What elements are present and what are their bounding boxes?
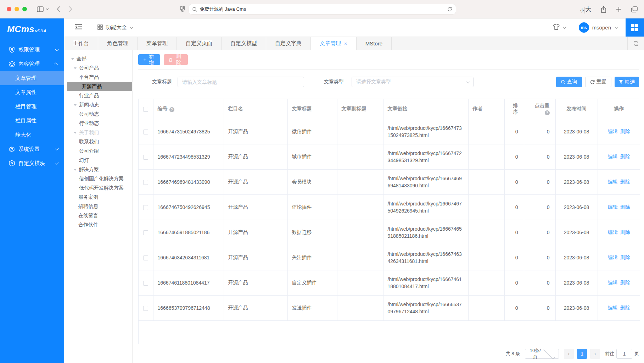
delete-link[interactable]: 删除 [620, 229, 630, 235]
tree-item[interactable]: 公司介绍 [64, 147, 132, 156]
tree-item[interactable]: 公司动态 [64, 110, 132, 119]
row-checkbox[interactable] [143, 205, 148, 210]
tree-item[interactable]: 解决方案 [64, 165, 132, 174]
menu-collapse-icon[interactable] [75, 24, 82, 31]
tree-item[interactable]: 行业动态 [64, 119, 132, 128]
share-icon[interactable] [601, 6, 606, 13]
edit-link[interactable]: 编辑 [608, 280, 618, 285]
query-button[interactable]: 查询 [556, 77, 582, 87]
help-icon[interactable]: ? [545, 110, 550, 115]
delete-link[interactable]: 删除 [620, 179, 630, 185]
tree-item[interactable]: 行业产品 [64, 91, 132, 100]
delete-link[interactable]: 删除 [620, 128, 630, 134]
goto-page-input[interactable] [616, 349, 632, 359]
sidebar-subitem[interactable]: 栏目属性 [0, 114, 64, 128]
sidebar-item[interactable]: 权限管理 [0, 43, 64, 57]
page-size-select[interactable]: 10条/页 [525, 349, 559, 359]
address-bar[interactable]: 免费开源的 Java Cms [189, 4, 456, 14]
caret-down-icon[interactable] [71, 58, 74, 60]
tab[interactable]: 角色管理 [98, 37, 138, 50]
tab[interactable]: 菜单管理 [138, 37, 177, 50]
username[interactable]: msopen [592, 24, 611, 31]
tree-item[interactable]: 信创国产化解决方案 [64, 174, 132, 183]
current-page[interactable]: 1 [577, 349, 587, 359]
edit-link[interactable]: 编辑 [608, 254, 618, 260]
row-checkbox[interactable] [143, 230, 148, 235]
reload-icon[interactable] [447, 7, 452, 12]
tree-item[interactable]: 服务案例 [64, 193, 132, 202]
row-checkbox[interactable] [143, 255, 148, 260]
tab[interactable]: MStore [357, 37, 392, 50]
delete-link[interactable]: 删除 [620, 305, 630, 310]
tab-refresh-button[interactable] [627, 37, 644, 50]
type-filter-select[interactable]: 请选择文章类型 [352, 77, 474, 87]
tree-item[interactable]: 低代码开发解决方案 [64, 183, 132, 193]
app-menu-trigger[interactable]: 功能大全 [97, 24, 132, 31]
sidebar-item[interactable]: 自定义模块 [0, 156, 64, 170]
tree-item[interactable]: 新闻动态 [64, 100, 132, 110]
reset-button[interactable]: 重置 [585, 77, 611, 87]
delete-link[interactable]: 删除 [620, 280, 630, 285]
theme-switcher[interactable] [553, 24, 565, 31]
help-icon[interactable]: ? [169, 107, 174, 112]
text-smaller-button[interactable]: 小 [580, 7, 584, 13]
user-avatar[interactable]: ms [579, 22, 589, 33]
tree-item[interactable]: 关于我们 [64, 128, 132, 137]
tree-item[interactable]: 招聘信息 [64, 202, 132, 211]
next-page-button[interactable]: › [590, 349, 600, 359]
caret-down-icon[interactable] [74, 104, 77, 106]
add-button[interactable]: 新增 [138, 54, 160, 65]
tab[interactable]: 自定义页面 [177, 37, 222, 50]
sidebar-subitem[interactable]: 文章管理 [0, 71, 64, 85]
edit-link[interactable]: 编辑 [608, 229, 618, 235]
row-checkbox[interactable] [143, 306, 148, 311]
tree-item[interactable]: 合作伙伴 [64, 220, 132, 230]
sidebar-subitem[interactable]: 文章属性 [0, 85, 64, 99]
browser-back-icon[interactable] [57, 6, 60, 12]
tab[interactable]: 文章管理× [311, 37, 357, 50]
tree-item[interactable]: 全部 [64, 54, 132, 64]
maximize-window-button[interactable] [22, 7, 27, 11]
row-checkbox[interactable] [143, 180, 148, 185]
prev-page-button[interactable]: ‹ [564, 349, 574, 359]
close-window-button[interactable] [7, 7, 11, 11]
browser-sidebar-toggle-icon[interactable] [37, 6, 44, 12]
sidebar-subitem[interactable]: 栏目管理 [0, 99, 64, 114]
apps-grid-button[interactable] [626, 18, 644, 37]
edit-link[interactable]: 编辑 [608, 154, 618, 159]
delete-link[interactable]: 删除 [620, 254, 630, 260]
filter-button[interactable]: 筛选 [615, 77, 639, 87]
delete-button[interactable]: 删除 [164, 54, 188, 65]
sidebar-item[interactable]: 系统设置 [0, 142, 64, 156]
tree-item[interactable]: 在线留言 [64, 211, 132, 220]
tree-item[interactable]: 平台产品 [64, 73, 132, 82]
tab[interactable]: 自定义字典 [266, 37, 311, 50]
tab-close-icon[interactable]: × [344, 40, 347, 46]
delete-link[interactable]: 删除 [620, 204, 630, 210]
tree-item[interactable]: 公司产品 [64, 64, 132, 73]
title-filter-input[interactable] [178, 77, 304, 87]
edit-link[interactable]: 编辑 [608, 179, 618, 185]
tab[interactable]: 工作台 [64, 37, 98, 50]
delete-link[interactable]: 删除 [620, 154, 630, 159]
tree-item[interactable]: 联系我们 [64, 137, 132, 147]
sidebar-chevron-icon[interactable] [46, 8, 49, 10]
sidebar-subitem[interactable]: 静态化 [0, 128, 64, 142]
caret-down-icon[interactable] [74, 67, 77, 69]
edit-link[interactable]: 编辑 [608, 128, 618, 134]
row-checkbox[interactable] [143, 130, 148, 134]
sidebar-item[interactable]: 内容管理 [0, 57, 64, 71]
row-checkbox[interactable] [143, 155, 148, 160]
tab-overview-icon[interactable] [631, 6, 638, 12]
row-checkbox[interactable] [143, 281, 148, 286]
caret-down-icon[interactable] [74, 169, 77, 171]
text-bigger-button[interactable]: 大 [585, 5, 591, 13]
tab[interactable]: 自定义模型 [222, 37, 266, 50]
edit-link[interactable]: 编辑 [608, 305, 618, 310]
select-all-checkbox[interactable] [143, 107, 148, 112]
minimize-window-button[interactable] [15, 7, 19, 11]
tree-item[interactable]: 幻灯 [64, 156, 132, 165]
edit-link[interactable]: 编辑 [608, 204, 618, 210]
privacy-shield-icon[interactable] [180, 6, 185, 12]
caret-down-icon[interactable] [74, 132, 77, 134]
